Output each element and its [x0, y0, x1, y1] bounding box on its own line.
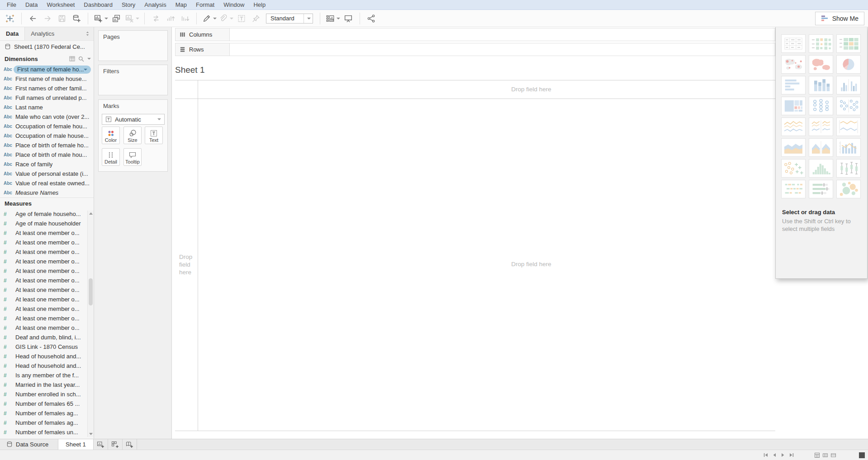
field-dimension[interactable]: AbcFirst name of female ho...: [0, 65, 94, 74]
show-hide-cards-button[interactable]: [325, 12, 340, 25]
field-dimension[interactable]: AbcValue of personal estate (i...: [0, 169, 94, 178]
field-measure[interactable]: #Deaf and dumb, blind, i...: [0, 333, 94, 342]
data-source-tab[interactable]: Data Source: [0, 439, 58, 450]
showme-text-table[interactable]: [781, 34, 806, 53]
field-dimension[interactable]: AbcFirst names of other famil...: [0, 84, 94, 93]
show-me-button[interactable]: Show Me: [815, 12, 864, 25]
menu-file[interactable]: File: [2, 0, 21, 9]
field-measure[interactable]: #Number of females ag...: [0, 408, 94, 418]
fit-view-select[interactable]: Standard: [266, 14, 313, 23]
showme-lines-discrete[interactable]: [809, 117, 833, 136]
menu-analysis[interactable]: Analysis: [140, 0, 171, 9]
showme-gantt[interactable]: [781, 180, 806, 198]
tab-data[interactable]: Data: [0, 27, 24, 40]
menu-dashboard[interactable]: Dashboard: [79, 0, 117, 9]
menu-window[interactable]: Window: [219, 0, 249, 9]
menu-story[interactable]: Story: [117, 0, 140, 9]
filmstrip-icon[interactable]: [822, 452, 828, 458]
showme-horizontal-bars[interactable]: [781, 76, 806, 94]
drop-zone-canvas[interactable]: Drop field here: [198, 261, 865, 268]
showme-packed-bubbles[interactable]: [836, 180, 861, 198]
first-sheet-icon[interactable]: [763, 452, 768, 458]
new-worksheet-button[interactable]: [93, 12, 108, 25]
redo-button[interactable]: [41, 12, 54, 25]
duplicate-sheet-button[interactable]: [110, 12, 123, 25]
field-measure[interactable]: #At least one member o...: [0, 285, 94, 295]
field-dimension[interactable]: AbcOccupation of female hou...: [0, 122, 94, 131]
field-measure[interactable]: #At least one member o...: [0, 314, 94, 323]
field-dimension[interactable]: AbcPlace of birth of female ho...: [0, 141, 94, 150]
menu-data[interactable]: Data: [21, 0, 42, 9]
showme-treemap[interactable]: [781, 97, 806, 115]
next-sheet-icon[interactable]: [780, 452, 786, 458]
fields-menu-caret-icon[interactable]: [87, 58, 91, 60]
tab-analytics[interactable]: Analytics: [24, 27, 81, 40]
field-measure[interactable]: #Married in the last year...: [0, 380, 94, 390]
field-measure[interactable]: #At least one member o...: [0, 238, 94, 247]
share-button[interactable]: [365, 12, 378, 25]
color-button[interactable]: Color: [102, 127, 120, 144]
clear-sheet-button[interactable]: [124, 12, 139, 25]
prev-sheet-icon[interactable]: [772, 452, 777, 458]
menu-map[interactable]: Map: [171, 0, 191, 9]
showme-scatter-plot[interactable]: [781, 159, 806, 178]
scroll-up-icon[interactable]: [89, 212, 93, 215]
field-measure[interactable]: #At least one member o...: [0, 323, 94, 333]
menu-help[interactable]: Help: [249, 0, 270, 9]
menu-format[interactable]: Format: [191, 0, 219, 9]
showme-highlight-table[interactable]: [836, 34, 861, 53]
field-measure[interactable]: #Number of females un...: [0, 427, 94, 437]
field-measure[interactable]: #Age of male householder: [0, 219, 94, 228]
presentation-mode-button[interactable]: [342, 12, 355, 25]
show-tabs-icon[interactable]: [830, 452, 836, 458]
field-dimension[interactable]: AbcRace of family: [0, 160, 94, 169]
menu-worksheet[interactable]: Worksheet: [42, 0, 79, 9]
field-measure[interactable]: #Number enrolled in sch...: [0, 390, 94, 399]
new-story-tab-button[interactable]: [123, 439, 137, 450]
detail-button[interactable]: Detail: [102, 148, 120, 166]
drop-zone-rows[interactable]: Drop field here: [179, 253, 197, 276]
field-dimension[interactable]: AbcPlace of birth of male hou...: [0, 150, 94, 160]
showme-side-by-side-bars[interactable]: [836, 76, 861, 94]
fields-scrollbar[interactable]: [87, 211, 94, 437]
showme-area-continuous[interactable]: [781, 138, 806, 157]
sort-fields-icon[interactable]: [81, 27, 94, 40]
highlight-button[interactable]: [202, 12, 217, 25]
field-measure[interactable]: #At least one member o...: [0, 247, 94, 257]
field-dimension[interactable]: AbcFull names of unrelated p...: [0, 93, 94, 103]
fix-axes-button[interactable]: [250, 12, 262, 25]
field-dimension[interactable]: AbcValue of real estate owned...: [0, 178, 94, 188]
pages-shelf[interactable]: Pages: [98, 30, 168, 61]
tableau-logo[interactable]: [4, 12, 16, 25]
sort-ascending-button[interactable]: [164, 12, 177, 25]
new-worksheet-tab-button[interactable]: [94, 439, 108, 450]
group-members-button[interactable]: [218, 12, 233, 25]
field-measure[interactable]: #At least one member o...: [0, 228, 94, 238]
chevron-down-icon[interactable]: [84, 69, 87, 70]
drop-zone-columns[interactable]: Drop field here: [198, 86, 865, 93]
selected-field-pill[interactable]: First name of female ho...: [14, 66, 91, 74]
showme-histogram[interactable]: [809, 159, 833, 178]
field-measure[interactable]: #Head of household and...: [0, 352, 94, 361]
show-mark-labels-button[interactable]: [235, 12, 248, 25]
field-measure[interactable]: #At least one member o...: [0, 295, 94, 304]
showme-side-by-side-circles[interactable]: [836, 97, 861, 115]
field-dimension[interactable]: AbcFirst name of male house...: [0, 74, 94, 84]
text-button[interactable]: Text: [145, 127, 163, 144]
swap-axes-button[interactable]: [150, 12, 162, 25]
field-dimension[interactable]: AbcOccupation of male house...: [0, 131, 94, 141]
scroll-down-icon[interactable]: [89, 433, 93, 435]
field-measure[interactable]: #At least one member o...: [0, 276, 94, 285]
field-measure[interactable]: #Is any member of the f...: [0, 371, 94, 380]
sheet-sorter-icon[interactable]: [814, 452, 820, 458]
showme-stacked-bars[interactable]: [809, 76, 833, 94]
data-source-item[interactable]: Sheet1 (1870 Federal Ce...: [0, 41, 94, 53]
last-sheet-icon[interactable]: [789, 452, 794, 458]
size-button[interactable]: Size: [123, 127, 142, 144]
sort-descending-button[interactable]: [179, 12, 191, 25]
field-dimension[interactable]: AbcMeasure Names: [0, 188, 94, 197]
field-measure[interactable]: #Age of female househo...: [0, 209, 94, 219]
mark-type-dropdown[interactable]: Automatic: [102, 114, 165, 125]
filters-shelf[interactable]: Filters: [98, 65, 168, 95]
columns-shelf[interactable]: Columns: [175, 28, 775, 41]
